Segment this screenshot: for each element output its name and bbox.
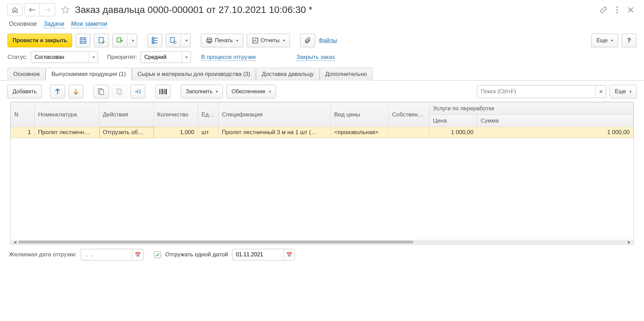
cell-actions[interactable]: Отгрузить об… — [99, 127, 154, 138]
move-up-button[interactable] — [50, 85, 65, 98]
desired-date-value[interactable] — [81, 252, 132, 258]
col-services[interactable]: Услуги по переработке — [430, 102, 633, 115]
priority-combo[interactable]: ▾ — [141, 51, 191, 63]
close-order-link[interactable]: Закрыть заказ — [296, 54, 335, 61]
calendar-icon[interactable]: 📅 — [132, 249, 143, 260]
forward-button[interactable] — [40, 4, 55, 16]
priority-value[interactable] — [141, 52, 182, 63]
create-on-icon — [116, 37, 124, 44]
status-value[interactable] — [31, 52, 89, 63]
print-label: Печать — [215, 37, 232, 44]
reports-button[interactable]: Отчеты — [247, 34, 290, 47]
post-button[interactable] — [94, 34, 109, 47]
cell-ptype[interactable]: <произвольная> — [331, 127, 389, 138]
table-row[interactable]: 1 Пролет лестничн… Отгрузить об… 1,000 ш… — [11, 127, 633, 138]
col-unit[interactable]: Ед. изм. — [198, 102, 219, 127]
attach-button[interactable] — [300, 34, 315, 47]
tab-additional[interactable]: Дополнительно — [320, 68, 373, 81]
svg-rect-7 — [152, 40, 154, 41]
cell-nomenclature[interactable]: Пролет лестничн… — [35, 127, 99, 138]
col-spec[interactable]: Спецификация — [219, 102, 331, 127]
cell-n[interactable]: 1 — [11, 127, 35, 138]
status-label: Статус: — [7, 54, 27, 61]
shipping-status-link[interactable]: В процессе отгрузки — [201, 54, 256, 61]
section-tab-notes[interactable]: Мои заметки — [71, 20, 108, 28]
cell-spec[interactable]: Пролет лестничный 3 м на 1 шт (… — [219, 127, 331, 138]
single-date-value[interactable] — [232, 252, 284, 258]
calendar-icon[interactable]: 📅 — [284, 249, 294, 260]
provision-button[interactable]: Обеспечение — [226, 85, 276, 98]
save-icon — [79, 37, 87, 44]
search-box[interactable]: ✕ — [477, 85, 606, 98]
chevron-down-icon[interactable]: ▾ — [89, 52, 98, 63]
table-more-button[interactable]: Еще — [610, 85, 637, 98]
section-tab-main[interactable]: Основное — [9, 20, 37, 28]
single-date-label: Отгружать одной датой — [165, 251, 228, 258]
docflow-button[interactable]: ▾ — [166, 34, 191, 47]
arrow-left-icon — [29, 7, 36, 12]
paste-icon — [116, 88, 123, 95]
files-link[interactable]: Файлы — [319, 37, 337, 44]
post-and-close-button[interactable]: Провести и закрыть — [7, 34, 72, 47]
structure-button[interactable] — [147, 34, 162, 47]
copy-button[interactable] — [94, 85, 109, 98]
link-icon-button[interactable] — [598, 4, 609, 16]
search-input[interactable] — [477, 89, 595, 95]
desired-date-input[interactable]: 📅 — [81, 249, 143, 260]
create-based-on-button[interactable]: ▾ — [112, 34, 137, 47]
fill-button[interactable]: Заполнить — [181, 85, 223, 98]
svg-rect-6 — [152, 37, 154, 39]
arrow-up-icon — [55, 88, 60, 95]
tab-materials[interactable]: Сырье и материалы для производства (3) — [132, 68, 256, 81]
cell-own[interactable] — [389, 127, 430, 138]
save-button[interactable] — [76, 34, 91, 47]
split-button[interactable] — [130, 85, 145, 98]
cell-qty[interactable]: 1,000 — [154, 127, 198, 138]
single-date-input[interactable]: 📅 — [232, 249, 295, 260]
home-button[interactable] — [7, 4, 22, 16]
clip-icon — [304, 37, 311, 44]
menu-icon-button[interactable] — [611, 4, 623, 16]
structure-icon — [151, 37, 158, 44]
tab-products[interactable]: Выпускаемая продукция (1) — [46, 68, 132, 81]
svg-point-0 — [616, 6, 618, 8]
chevron-down-icon[interactable]: ▾ — [182, 52, 191, 63]
svg-rect-19 — [159, 89, 160, 94]
col-price[interactable]: Цена — [430, 115, 477, 127]
add-row-button[interactable]: Добавить — [7, 85, 42, 98]
barcode-button[interactable] — [156, 85, 171, 98]
cell-price[interactable]: 1 000,00 — [430, 127, 477, 138]
col-qty[interactable]: Количество — [154, 102, 198, 127]
paste-button[interactable] — [112, 85, 127, 98]
col-sum[interactable]: Сумма — [477, 115, 633, 127]
horizontal-scrollbar[interactable]: ◀ ▶ — [11, 240, 633, 244]
print-button[interactable]: Печать — [201, 34, 243, 47]
priority-label: Приоритет: — [107, 54, 137, 61]
section-tab-tasks[interactable]: Задачи — [44, 20, 64, 28]
col-ptype[interactable]: Вид цены — [331, 102, 389, 127]
favorite-button[interactable] — [59, 4, 71, 16]
col-nomenclature[interactable]: Номенклатура — [35, 102, 99, 127]
single-date-checkbox[interactable]: ✓ — [154, 251, 161, 258]
cell-sum[interactable]: 1 000,00 — [477, 127, 633, 138]
col-n[interactable]: N — [11, 102, 35, 127]
more-button[interactable]: Еще — [591, 34, 618, 47]
split-icon — [134, 88, 142, 95]
clear-search-button[interactable]: ✕ — [595, 85, 606, 98]
svg-rect-16 — [100, 90, 103, 95]
status-combo[interactable]: ▾ — [31, 51, 98, 63]
move-down-button[interactable] — [68, 85, 83, 98]
col-actions[interactable]: Действия — [99, 102, 154, 127]
back-button[interactable] — [25, 4, 40, 16]
help-button[interactable]: ? — [622, 34, 637, 47]
tab-delivery[interactable]: Доставка давальцу — [256, 68, 319, 81]
close-button[interactable] — [625, 4, 637, 16]
cell-unit[interactable]: шт — [198, 127, 219, 138]
close-icon — [628, 7, 634, 13]
svg-rect-24 — [166, 89, 167, 94]
col-own[interactable]: Собственн материалы — [389, 102, 430, 127]
page-title: Заказ давальца 0000-000001 от 27.10.2021… — [75, 4, 312, 15]
scrollbar-thumb[interactable] — [18, 241, 413, 243]
tab-main[interactable]: Основное — [7, 68, 46, 81]
docflow-icon — [170, 37, 177, 44]
